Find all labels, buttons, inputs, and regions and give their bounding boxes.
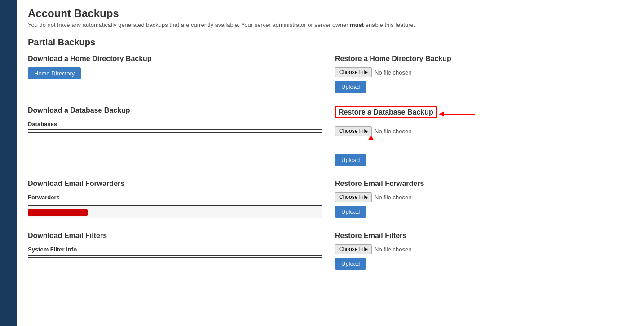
home-directory-row: Download a Home Directory Backup Home Di… <box>28 55 633 93</box>
home-directory-restore: Restore a Home Directory Backup Choose F… <box>331 55 633 93</box>
home-directory-button[interactable]: Home Directory <box>28 67 81 79</box>
forwarders-choose-file-button[interactable]: Choose File <box>335 192 372 202</box>
partial-backups-section: Partial Backups Download a Home Director… <box>28 37 633 270</box>
home-dir-file-input-row: Choose File No file chosen <box>335 67 633 77</box>
arrow-right-annotation <box>437 107 477 121</box>
home-dir-upload-button[interactable]: Upload <box>335 81 366 93</box>
forwarders-table-header: Forwarders <box>28 192 322 203</box>
db-choose-file-button[interactable]: Choose File <box>335 126 372 136</box>
forwarders-table: Forwarders <box>28 192 322 218</box>
forwarders-file-input-row: Choose File No file chosen <box>335 192 633 202</box>
forwarders-no-file-text: No file chosen <box>375 194 411 201</box>
home-dir-restore-title: Restore a Home Directory Backup <box>335 55 633 63</box>
db-restore-title: Restore a Database Backup <box>335 106 437 118</box>
email-forwarders-row: Download Email Forwarders Forwarders Res… <box>28 180 633 218</box>
arrow-down-annotation <box>362 135 380 153</box>
filters-upload-button[interactable]: Upload <box>335 258 366 270</box>
database-download: Download a Database Backup Databases <box>28 106 331 166</box>
filters-file-input-row: Choose File No file chosen <box>335 244 633 254</box>
forwarders-table-row <box>28 206 322 218</box>
forwarders-upload-button[interactable]: Upload <box>335 206 366 218</box>
db-upload-button[interactable]: Upload <box>335 154 366 166</box>
forwarders-restore-title: Restore Email Forwarders <box>335 180 633 188</box>
db-file-input-row: Choose File No file chosen <box>335 126 633 136</box>
db-download-title: Download a Database Backup <box>28 106 322 115</box>
filters-choose-file-button[interactable]: Choose File <box>335 244 372 254</box>
email-filters-row: Download Email Filters System Filter Inf… <box>28 232 633 270</box>
sidebar <box>0 0 17 326</box>
filters-download-title: Download Email Filters <box>28 232 322 240</box>
filters-table-header: System Filter Info <box>28 244 322 256</box>
home-dir-download-title: Download a Home Directory Backup <box>28 55 322 63</box>
forwarders-download-title: Download Email Forwarders <box>28 180 322 188</box>
home-dir-no-file-text: No file chosen <box>375 69 411 76</box>
db-table-header: Databases <box>28 119 322 130</box>
home-directory-download: Download a Home Directory Backup Home Di… <box>28 55 331 93</box>
page-title: Account Backups <box>28 7 633 20</box>
database-row: Download a Database Backup Databases Res… <box>28 106 633 166</box>
email-forwarders-download: Download Email Forwarders Forwarders <box>28 180 331 218</box>
email-filters-restore: Restore Email Filters Choose File No fil… <box>331 232 633 270</box>
main-content: Account Backups You do not have any auto… <box>17 0 644 326</box>
filters-no-file-text: No file chosen <box>375 246 411 253</box>
email-forwarders-restore: Restore Email Forwarders Choose File No … <box>331 180 633 218</box>
database-restore: Restore a Database Backup Choose File <box>331 106 633 166</box>
redacted-email <box>28 209 88 216</box>
db-table: Databases <box>28 119 322 133</box>
home-dir-choose-file-button[interactable]: Choose File <box>335 67 372 77</box>
db-no-file-text: No file chosen <box>375 128 411 135</box>
filters-table: System Filter Info <box>28 244 322 258</box>
email-filters-download: Download Email Filters System Filter Inf… <box>28 232 331 270</box>
account-backups-desc: You do not have any automatically genera… <box>28 22 633 28</box>
filters-restore-title: Restore Email Filters <box>335 232 633 240</box>
partial-backups-title: Partial Backups <box>28 37 633 48</box>
